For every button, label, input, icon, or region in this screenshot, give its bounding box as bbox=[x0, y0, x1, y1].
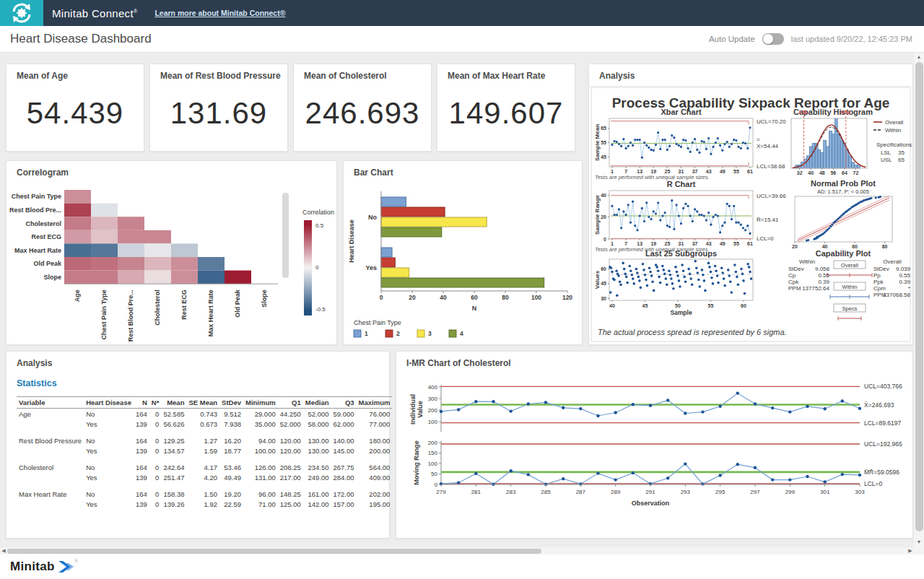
svg-text:M̄R̄=59.0596: M̄R̄=59.0596 bbox=[864, 469, 899, 476]
svg-text:56: 56 bbox=[830, 170, 836, 175]
svg-text:0.39: 0.39 bbox=[899, 279, 910, 285]
svg-text:289: 289 bbox=[611, 489, 621, 495]
kpi-title: Mean of Max Heart Rate bbox=[448, 71, 545, 81]
horizontal-scrollbar-thumb[interactable] bbox=[7, 549, 541, 554]
svg-text:25: 25 bbox=[665, 241, 671, 246]
svg-text:80: 80 bbox=[502, 294, 509, 301]
statistics-section-link[interactable]: Statistics bbox=[17, 378, 57, 388]
svg-text:60: 60 bbox=[601, 266, 606, 271]
vertical-scrollbar-thumb[interactable] bbox=[915, 62, 923, 531]
svg-text:Individual: Individual bbox=[409, 394, 417, 425]
svg-text:LSL: LSL bbox=[799, 110, 809, 115]
svg-text:Sample Range: Sample Range bbox=[594, 194, 601, 235]
svg-text:293: 293 bbox=[681, 489, 691, 495]
svg-text:Slope: Slope bbox=[261, 290, 269, 308]
svg-text:400: 400 bbox=[428, 384, 438, 391]
table-row: Yes1390139.261.9222.5971.00125.00142.001… bbox=[17, 499, 392, 509]
svg-text:137068.58: 137068.58 bbox=[883, 292, 910, 298]
svg-text:Cpm: Cpm bbox=[873, 285, 886, 292]
svg-text:281: 281 bbox=[471, 489, 481, 495]
svg-text:48: 48 bbox=[819, 170, 825, 175]
svg-text:37: 37 bbox=[692, 241, 698, 246]
svg-text:35: 35 bbox=[898, 149, 905, 156]
svg-text:1: 1 bbox=[611, 241, 614, 246]
svg-text:299: 299 bbox=[785, 489, 796, 495]
svg-text:X=54.44: X=54.44 bbox=[757, 143, 779, 149]
panel-title: Bar Chart bbox=[354, 167, 393, 178]
svg-text:0: 0 bbox=[315, 264, 319, 271]
statistics-table: VariableHeart DiseaseNN*MeanSE MeanStDev… bbox=[17, 396, 392, 509]
svg-text:Cp: Cp bbox=[788, 272, 796, 279]
scroll-down-arrow-icon[interactable]: ▼ bbox=[914, 537, 924, 547]
scroll-left-arrow-icon[interactable]: ◀ bbox=[0, 547, 7, 554]
svg-text:Values: Values bbox=[594, 270, 601, 289]
svg-text:60: 60 bbox=[741, 303, 746, 308]
svg-text:The actual process spread is r: The actual process spread is represented… bbox=[598, 328, 787, 336]
svg-text:45: 45 bbox=[601, 281, 606, 286]
svg-text:49: 49 bbox=[720, 241, 725, 246]
svg-text:55: 55 bbox=[601, 140, 606, 145]
svg-text:40: 40 bbox=[601, 193, 606, 198]
svg-text:UCL=39.66: UCL=39.66 bbox=[757, 193, 786, 199]
correlogram-chart: Chest Pain TypeRest Blood Pre...Choleste… bbox=[6, 180, 338, 349]
scroll-up-arrow-icon[interactable]: ▲ bbox=[914, 52, 924, 62]
analysis-statistics-panel: Analysis Statistics VariableHeart Diseas… bbox=[6, 351, 390, 539]
page-title: Heart Disease Dashboard bbox=[10, 32, 152, 46]
svg-text:UCL=403.766: UCL=403.766 bbox=[864, 383, 902, 390]
svg-text:UCL=70.20: UCL=70.20 bbox=[757, 118, 786, 125]
svg-text:100: 100 bbox=[428, 461, 438, 467]
vertical-scrollbar[interactable]: ▲ ▼ bbox=[914, 52, 924, 547]
svg-text:3: 3 bbox=[428, 330, 432, 337]
svg-text:25: 25 bbox=[665, 169, 671, 174]
svg-text:Yes: Yes bbox=[365, 264, 377, 271]
table-row: CholesterolNo1640242.644.1753.46126.0020… bbox=[17, 462, 392, 472]
minitab-connect-logo-icon bbox=[0, 0, 43, 26]
svg-text:0.5: 0.5 bbox=[315, 222, 324, 229]
svg-text:297: 297 bbox=[750, 489, 760, 495]
svg-text:-0.5: -0.5 bbox=[315, 306, 326, 313]
footer-registered-mark: ® bbox=[75, 559, 78, 563]
svg-text:13: 13 bbox=[637, 241, 642, 246]
auto-update-toggle[interactable] bbox=[762, 33, 784, 45]
svg-text:0: 0 bbox=[603, 237, 606, 242]
svg-text:0.39: 0.39 bbox=[818, 279, 829, 285]
svg-text:Chest Pain Type: Chest Pain Type bbox=[354, 319, 401, 326]
kpi-value: 131.69 bbox=[150, 96, 287, 131]
svg-text:100: 100 bbox=[428, 419, 438, 425]
last-updated-text: last updated 9/20/22, 12:45:23 PM bbox=[791, 35, 912, 43]
svg-text:65: 65 bbox=[898, 157, 905, 163]
svg-text:R Chart: R Chart bbox=[667, 180, 696, 188]
svg-text:Ppk: Ppk bbox=[873, 279, 884, 285]
learn-more-link[interactable]: Learn more about Minitab Connect® bbox=[154, 9, 285, 17]
svg-text:Heart Disease: Heart Disease bbox=[348, 219, 355, 263]
svg-text:Xbar Chart: Xbar Chart bbox=[661, 108, 702, 116]
svg-text:64: 64 bbox=[842, 170, 847, 175]
svg-text:80: 80 bbox=[882, 244, 888, 249]
svg-text:=: = bbox=[757, 136, 760, 143]
kpi-card-mean-cholesterol: Mean of Cholesterol 246.693 bbox=[293, 64, 432, 152]
svg-text:LCL=89.6197: LCL=89.6197 bbox=[864, 419, 902, 427]
scroll-right-arrow-icon[interactable]: ▶ bbox=[907, 547, 914, 554]
svg-text:N: N bbox=[472, 305, 477, 312]
svg-text:40: 40 bbox=[808, 170, 814, 175]
svg-text:37: 37 bbox=[692, 169, 698, 174]
svg-text:Capability Plot: Capability Plot bbox=[816, 249, 871, 258]
svg-text:291: 291 bbox=[645, 489, 655, 495]
table-row: Max Heart RateNo1640158.381.5019.2096.00… bbox=[17, 489, 392, 499]
svg-text:Rest Blood Pre...: Rest Blood Pre... bbox=[9, 206, 61, 214]
svg-text:30: 30 bbox=[601, 296, 606, 301]
svg-text:9.039: 9.039 bbox=[896, 266, 911, 272]
svg-text:PPM: PPM bbox=[788, 285, 801, 292]
horizontal-scrollbar[interactable]: ◀ ▶ bbox=[0, 547, 924, 554]
svg-text:61: 61 bbox=[747, 241, 753, 246]
svg-text:4: 4 bbox=[460, 330, 463, 337]
svg-text:301: 301 bbox=[820, 489, 830, 495]
svg-text:287: 287 bbox=[576, 489, 586, 495]
svg-text:137752.64: 137752.64 bbox=[802, 285, 829, 292]
svg-text:Moving Range: Moving Range bbox=[413, 440, 420, 485]
sixpack-report-chart: Process Capability Sixpack Report for Ag… bbox=[589, 86, 912, 344]
svg-text:49: 49 bbox=[720, 169, 725, 174]
svg-text:Max Heart Rate: Max Heart Rate bbox=[208, 290, 215, 336]
svg-text:55: 55 bbox=[733, 169, 739, 174]
kpi-title: Mean of Cholesterol bbox=[304, 71, 387, 81]
